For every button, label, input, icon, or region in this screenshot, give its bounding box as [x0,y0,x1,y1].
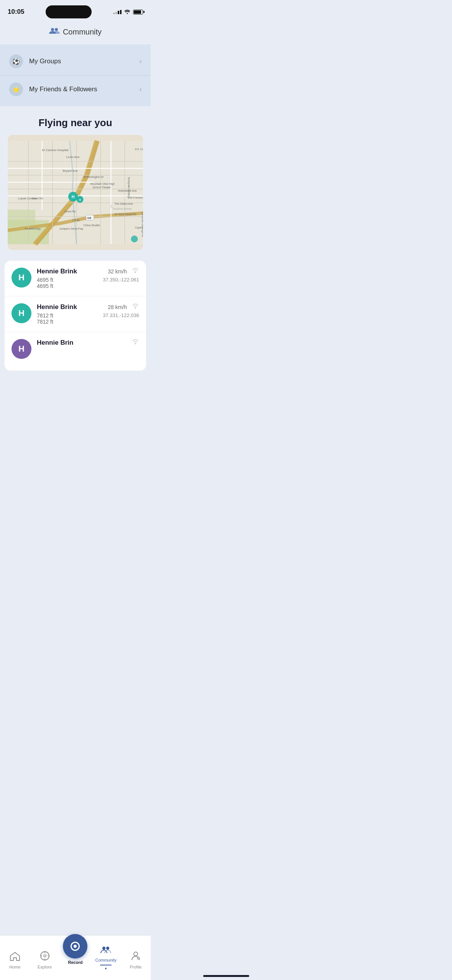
groups-icon: ⚽ [9,54,23,68]
svg-text:Bryant Ave: Bryant Ave [63,169,78,173]
battery-icon [133,10,143,15]
svg-text:Junipero Serra Fwy: Junipero Serra Fwy [59,227,84,230]
pilot-alt2: 7812 ft [37,319,53,325]
svg-text:P.F. Chang's: P.F. Chang's [135,148,143,151]
my-groups-left: ⚽ My Groups [9,54,61,68]
svg-rect-4 [8,210,35,227]
pilot-alt2: 4695 ft [37,283,53,289]
my-groups-label: My Groups [29,58,61,65]
pilot-coords: 37.331,-122.036 [103,312,139,318]
signal-icon [131,304,139,312]
signal-icon [131,339,139,348]
pilot-speed: 32 km/h [108,268,127,275]
svg-text:W Homestead Rd: W Homestead Rd [114,213,136,216]
page-title: Community [63,28,102,36]
svg-text:G5: G5 [87,216,91,220]
svg-text:Hollenbeck Ave: Hollenbeck Ave [118,189,136,192]
pilots-list: H Hennie Brink 32 km/h 469 [5,261,146,371]
svg-text:5: 5 [79,198,81,202]
notch [46,5,92,18]
svg-text:China Shuttle: China Shuttle [84,224,100,227]
flying-section: Flying near you [0,106,151,256]
svg-text:Sunnyvale-Saratoga: Sunnyvale-Saratoga [127,177,130,199]
pilot-alt1: 7812 ft [37,312,53,319]
pilot-alt1: 4695 ft [37,277,53,283]
pilot-item[interactable]: H Hennie Brink 28 km/h 781 [5,296,146,332]
pilot-avatar: H [12,339,31,359]
pilot-speed: 28 km/h [108,304,127,310]
svg-text:Saravana Bhavan: Saravana Bhavan [113,207,132,210]
svg-point-0 [51,28,54,31]
my-friends-left: ⭐ My Friends & Followers [9,82,97,96]
pilot-info: Hennie Brink 32 km/h 4695 ft 4695 ft [37,268,139,289]
status-time: 10:05 [8,8,24,16]
svg-text:Grant Rd: Grant Rd [32,197,43,200]
status-icons [113,9,143,15]
svg-text:Lucky: Lucky [72,219,80,222]
svg-text:School Theater: School Theater [92,186,111,189]
pilot-info: Hennie Brin [37,339,139,348]
svg-point-49 [131,235,138,242]
pilot-item[interactable]: H Hennie Brin [5,332,146,371]
flying-title: Flying near you [8,117,143,129]
pilot-avatar: H [12,268,31,288]
friends-icon: ⭐ [9,82,23,96]
my-friends-chevron: › [140,86,141,93]
svg-text:H: H [72,194,75,199]
svg-text:Levin Ave: Levin Ave [66,155,80,159]
my-friends-label: My Friends & Followers [29,86,97,93]
pilot-item[interactable]: H Hennie Brink 32 km/h 469 [5,261,146,296]
pilot-name: Hennie Brink [37,303,77,311]
wifi-icon [124,9,131,15]
my-friends-item[interactable]: ⭐ My Friends & Followers › [0,75,151,103]
signal-icon [113,10,122,14]
pilot-coords: 37.350,-122.061 [103,277,139,283]
pilot-name: Hennie Brink [37,268,77,275]
menu-section: ⚽ My Groups › ⭐ My Friends & Followers › [0,44,151,106]
svg-text:W Fremont Ave: W Fremont Ave [130,196,143,199]
svg-text:Mountain View High: Mountain View High [90,183,115,186]
signal-icon [131,268,139,277]
pilot-info: Hennie Brink 28 km/h 7812 ft 7812 ft [37,303,139,325]
page-header: Community [0,21,151,44]
svg-text:W Remington Dr: W Remington Dr [84,176,104,179]
svg-text:Foothill Expy: Foothill Expy [25,227,41,230]
pilot-avatar: H [12,303,31,323]
svg-text:The Dalles Ave: The Dalles Ave [114,202,133,206]
svg-text:Grant Rd: Grant Rd [64,210,76,213]
community-header-icon [49,27,60,37]
pilot-name: Hennie Brin [37,339,73,347]
my-groups-chevron: › [140,58,141,65]
svg-text:🍴: 🍴 [110,204,114,209]
status-bar: 10:05 [0,0,151,21]
map-container[interactable]: El Camino Hospital Levin Ave Bryant Ave … [8,135,143,250]
svg-point-1 [55,28,58,31]
my-groups-item[interactable]: ⚽ My Groups › [0,48,151,75]
svg-text:El Camino Hospital: El Camino Hospital [42,148,69,152]
